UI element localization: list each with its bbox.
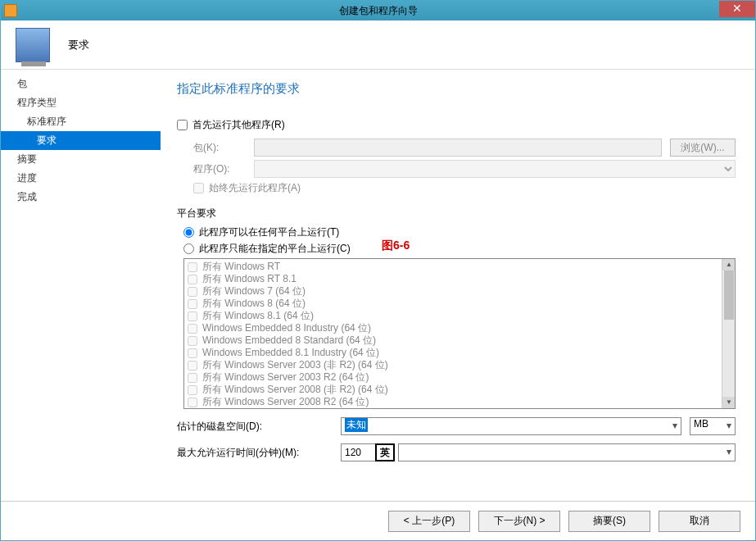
nav-item[interactable]: 完成 xyxy=(1,188,161,207)
platform-item: 所有 Windows Server 2008 R2 (64 位) xyxy=(188,396,731,408)
always-first-row: 始终先运行此程序(A) xyxy=(193,181,736,195)
nav-sidebar: 包程序类型标准程序要求摘要进度完成 xyxy=(1,70,161,501)
header-title: 要求 xyxy=(68,38,89,52)
platform-item-label: 所有 Windows 8 (64 位) xyxy=(202,298,306,310)
platform-item-checkbox xyxy=(188,361,197,371)
figure-annotation: 图6-6 xyxy=(382,239,410,253)
platform-specific-row[interactable]: 此程序只能在指定的平台上运行(C) xyxy=(183,242,736,256)
always-first-label: 始终先运行此程序(A) xyxy=(209,181,301,195)
disk-unit-value: MB xyxy=(694,418,708,430)
platform-item-label: 所有 Windows Server 2012 R2 (64 位) xyxy=(202,408,369,409)
platform-any-radio[interactable] xyxy=(183,227,194,238)
platform-item: 所有 Windows RT 8.1 xyxy=(188,273,731,285)
disk-space-row: 估计的磁盘空间(D): 未知 MB xyxy=(177,417,736,435)
scroll-thumb[interactable] xyxy=(724,270,734,320)
nav-item[interactable]: 摘要 xyxy=(1,150,161,169)
platform-item: 所有 Windows Server 2003 (非 R2) (64 位) xyxy=(188,359,731,371)
platform-item-label: Windows Embedded 8 Standard (64 位) xyxy=(202,334,376,347)
app-icon xyxy=(4,4,17,17)
wizard-footer: < 上一步(P) 下一步(N) > 摘要(S) 取消 xyxy=(1,501,755,540)
platform-item-label: 所有 Windows 8.1 (64 位) xyxy=(202,310,314,322)
scrollbar[interactable]: ▲ ▼ xyxy=(722,259,735,408)
always-first-checkbox xyxy=(193,183,204,193)
platform-item: Windows Embedded 8 Standard (64 位) xyxy=(188,334,731,347)
run-first-checkbox-row[interactable]: 首先运行其他程序(R) xyxy=(177,118,736,132)
runtime-row: 最大允许运行时间(分钟)(M): 英 xyxy=(177,443,736,461)
platform-item-checkbox xyxy=(188,398,197,407)
platform-item: Windows Embedded 8.1 Industry (64 位) xyxy=(188,347,731,359)
platform-item-label: 所有 Windows Server 2008 R2 (64 位) xyxy=(202,396,369,408)
run-first-label: 首先运行其他程序(R) xyxy=(192,118,285,132)
platform-item: 所有 Windows Server 2008 (非 R2) (64 位) xyxy=(188,384,731,396)
wizard-window: 创建包和程序向导 ✕ 要求 包程序类型标准程序要求摘要进度完成 指定此标准程序的… xyxy=(0,0,756,541)
nav-item[interactable]: 标准程序 xyxy=(1,112,161,131)
platform-item: 所有 Windows RT xyxy=(188,261,731,273)
platform-item: 所有 Windows 8 (64 位) xyxy=(188,298,731,310)
program-combo xyxy=(254,160,736,178)
main-panel: 指定此标准程序的要求 首先运行其他程序(R) 包(K): 浏览(W)... 程序… xyxy=(161,70,755,501)
window-title: 创建包和程序向导 xyxy=(339,4,418,18)
platform-item: 所有 Windows 8.1 (64 位) xyxy=(188,310,731,322)
platform-specific-label: 此程序只能在指定的平台上运行(C) xyxy=(199,242,351,256)
ime-badge: 英 xyxy=(375,443,395,461)
platform-item-checkbox xyxy=(188,299,197,309)
platform-item-label: 所有 Windows Server 2003 R2 (64 位) xyxy=(202,371,369,384)
platform-item-checkbox xyxy=(188,373,197,383)
platform-item-label: 所有 Windows RT 8.1 xyxy=(202,273,297,285)
scroll-down-icon[interactable]: ▼ xyxy=(722,397,736,408)
close-button[interactable]: ✕ xyxy=(719,1,755,17)
platform-any-label: 此程序可以在任何平台上运行(T) xyxy=(199,225,339,239)
platform-item: Windows Embedded 8 Industry (64 位) xyxy=(188,322,731,334)
platform-item-label: Windows Embedded 8.1 Industry (64 位) xyxy=(202,347,379,359)
runtime-label: 最大允许运行时间(分钟)(M): xyxy=(177,446,341,460)
page-title: 指定此标准程序的要求 xyxy=(177,81,736,97)
nav-item[interactable]: 进度 xyxy=(1,169,161,188)
platform-item-checkbox xyxy=(188,275,197,284)
scroll-up-icon[interactable]: ▲ xyxy=(722,259,736,270)
platform-list: 所有 Windows RT所有 Windows RT 8.1所有 Windows… xyxy=(183,258,736,409)
platform-group-label: 平台要求 xyxy=(177,207,736,220)
platform-item-label: 所有 Windows RT xyxy=(202,261,280,273)
nav-item[interactable]: 包 xyxy=(1,75,161,93)
platform-item-checkbox xyxy=(188,311,197,321)
platform-item-checkbox xyxy=(188,348,197,358)
summary-button[interactable]: 摘要(S) xyxy=(568,511,650,532)
platform-item-checkbox xyxy=(188,336,197,346)
wizard-body: 包程序类型标准程序要求摘要进度完成 指定此标准程序的要求 首先运行其他程序(R)… xyxy=(1,70,755,501)
titlebar: 创建包和程序向导 ✕ xyxy=(1,1,755,20)
platform-item-checkbox xyxy=(188,287,197,297)
platform-item-label: Windows Embedded 8 Industry (64 位) xyxy=(202,322,371,334)
platform-item: 所有 Windows Server 2012 R2 (64 位) xyxy=(188,408,731,409)
disk-unit-combo[interactable]: MB xyxy=(690,417,736,435)
platform-item: 所有 Windows Server 2003 R2 (64 位) xyxy=(188,371,731,384)
computer-icon xyxy=(16,28,50,62)
disk-space-combo[interactable]: 未知 xyxy=(341,417,681,435)
platform-item-label: 所有 Windows Server 2008 (非 R2) (64 位) xyxy=(202,384,388,396)
run-first-checkbox[interactable] xyxy=(177,120,188,130)
wizard-header: 要求 xyxy=(1,20,755,70)
disk-space-value: 未知 xyxy=(345,418,368,432)
next-button[interactable]: 下一步(N) > xyxy=(478,511,560,532)
package-label: 包(K): xyxy=(193,141,254,155)
nav-item[interactable]: 要求 xyxy=(1,131,161,150)
platform-item: 所有 Windows 7 (64 位) xyxy=(188,285,731,298)
platform-item-label: 所有 Windows 7 (64 位) xyxy=(202,285,306,298)
platform-item-checkbox xyxy=(188,385,197,395)
cancel-button[interactable]: 取消 xyxy=(659,511,740,532)
program-label: 程序(O): xyxy=(193,162,254,176)
platform-item-label: 所有 Windows Server 2003 (非 R2) (64 位) xyxy=(202,359,388,371)
platform-item-checkbox xyxy=(188,324,197,334)
nav-item[interactable]: 程序类型 xyxy=(1,93,161,112)
platform-any-row[interactable]: 此程序可以在任何平台上运行(T) xyxy=(183,225,736,239)
browse-button: 浏览(W)... xyxy=(670,139,736,157)
platform-specific-radio[interactable] xyxy=(183,243,194,254)
run-first-section: 首先运行其他程序(R) 包(K): 浏览(W)... 程序(O): 始终先运行此… xyxy=(177,118,736,195)
package-input xyxy=(254,139,662,157)
disk-space-label: 估计的磁盘空间(D): xyxy=(177,420,341,434)
platform-item-checkbox xyxy=(188,262,197,272)
runtime-combo[interactable] xyxy=(398,443,736,461)
runtime-input[interactable] xyxy=(341,443,375,461)
prev-button[interactable]: < 上一步(P) xyxy=(388,511,470,532)
